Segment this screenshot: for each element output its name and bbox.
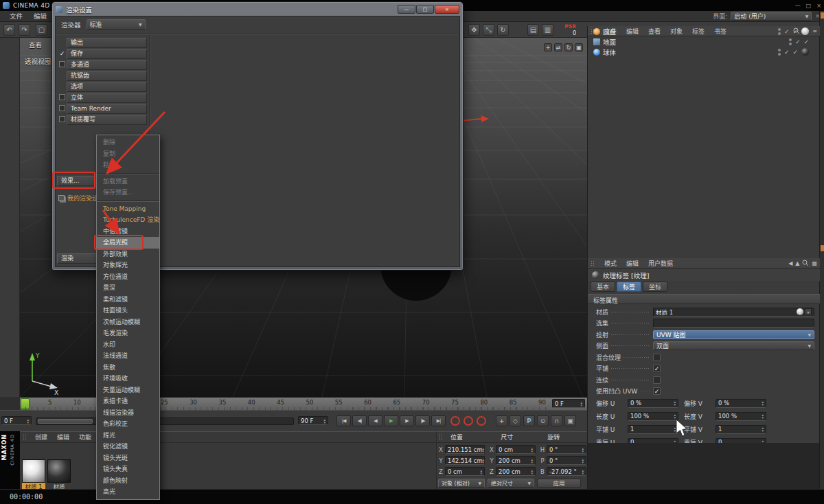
goto-start-button[interactable]: |◀ xyxy=(336,415,351,426)
context-menu-item[interactable]: 柱面镜头 xyxy=(97,305,159,317)
maximize-button[interactable]: □ xyxy=(806,3,812,9)
coordinate-mode-dropdown[interactable]: 对象 (相对)▼ xyxy=(438,479,485,488)
context-menu-item[interactable]: 镜头失真 xyxy=(97,463,159,475)
render-check-icon[interactable]: ✓ xyxy=(792,28,798,35)
context-menu-item[interactable]: 删除 xyxy=(97,137,159,148)
context-menu-item[interactable]: 对象辉光 xyxy=(97,260,159,271)
effects-button[interactable]: 效果... xyxy=(57,176,95,187)
context-menu-item[interactable]: 素描卡通 xyxy=(97,396,159,407)
size-mode-dropdown[interactable]: 绝对尺寸▼ xyxy=(488,479,534,488)
pan-view-icon[interactable]: + xyxy=(544,43,552,51)
rotation-h-field[interactable]: 0 °▴▾ xyxy=(547,445,586,454)
context-menu-item[interactable]: 柔和滤镜 xyxy=(97,294,159,306)
render-check-icon[interactable]: ✓ xyxy=(803,38,809,45)
dialog-minimize-button[interactable]: — xyxy=(398,5,415,14)
selection-field[interactable] xyxy=(653,319,814,328)
section-header[interactable]: 标签属性 xyxy=(588,294,820,304)
context-menu-item[interactable]: 次帧运动模糊 xyxy=(97,317,159,328)
attribute-tab[interactable]: 坐标 xyxy=(643,282,667,292)
context-menu-item[interactable] xyxy=(97,198,159,203)
size-z-field[interactable]: 200 cm▴▾ xyxy=(496,467,536,476)
goto-end-button[interactable]: ▶| xyxy=(431,415,446,426)
attribute-tab[interactable]: 基本 xyxy=(591,282,615,292)
visibility-dots-icon[interactable] xyxy=(778,49,781,56)
projection-dropdown[interactable]: UVW 贴图▼ xyxy=(653,330,814,339)
scale-tool-icon[interactable]: ⤡ xyxy=(483,24,494,36)
context-menu-item[interactable]: 中值滤镜 xyxy=(97,226,159,238)
tree-checkbox[interactable] xyxy=(58,50,67,57)
attribute-tab[interactable]: 标签 xyxy=(617,282,641,292)
material-browse-icon[interactable]: ▾ xyxy=(805,308,812,315)
context-menu-item[interactable]: 色彩校正 xyxy=(97,418,159,430)
render-settings-tree-item[interactable]: 抗锯齿 xyxy=(58,70,147,81)
layout-icon[interactable]: ▤ xyxy=(527,24,539,36)
interface-dropdown[interactable]: 启动 (用户)▼ xyxy=(731,12,812,21)
bump-checkbox[interactable] xyxy=(653,387,661,395)
undo-icon[interactable]: ↶ xyxy=(3,24,15,36)
context-menu-item[interactable]: Tone Mapping xyxy=(97,203,159,215)
range-handle[interactable] xyxy=(38,419,93,424)
context-menu-item[interactable]: 环境吸收 xyxy=(97,373,159,385)
move-tool-icon[interactable]: ✥ xyxy=(468,24,480,36)
tree-checkbox[interactable] xyxy=(58,116,67,124)
context-menu-item[interactable]: 复制 xyxy=(97,148,159,160)
render-view-icon[interactable]: ▥ xyxy=(542,24,553,36)
autokey-button[interactable] xyxy=(464,416,473,426)
back-icon[interactable]: ◀ xyxy=(788,260,792,266)
rotate-view-icon[interactable]: ↻ xyxy=(564,43,573,51)
attribute-menu-item[interactable]: 用户数据 xyxy=(643,259,678,268)
render-settings-tree-item[interactable]: 保存 xyxy=(58,48,147,59)
grip-icon[interactable] xyxy=(23,434,27,440)
material-field[interactable]: 材质 1 ▾ xyxy=(653,308,814,317)
lock-icon[interactable]: ▦ xyxy=(812,260,817,266)
render-settings-tree-item[interactable]: 输出 xyxy=(58,37,147,48)
material-menu-item[interactable]: 编辑 xyxy=(52,433,74,442)
material-tag-icon[interactable] xyxy=(801,27,809,35)
object-row[interactable]: 地面 ✓ ✓ xyxy=(588,36,816,47)
render-check-icon[interactable]: ✓ xyxy=(792,49,798,56)
context-menu-item[interactable]: 外部效果 xyxy=(97,249,159,260)
prev-key-button[interactable]: ◀| xyxy=(352,415,367,426)
prev-frame-button[interactable]: ◀ xyxy=(368,415,382,426)
rotation-p-field[interactable]: 0 °▴▾ xyxy=(547,456,586,465)
tree-checkbox[interactable] xyxy=(58,94,67,102)
tree-checkbox[interactable] xyxy=(58,61,67,69)
next-frame-button[interactable]: ▶ xyxy=(400,415,414,426)
close-button[interactable]: × xyxy=(816,3,821,9)
menubar-item[interactable]: 编辑 xyxy=(28,11,52,21)
context-menu-item[interactable]: 景深 xyxy=(97,282,159,294)
context-menu-item[interactable]: 锐化滤镜 xyxy=(97,441,159,453)
palette-tab-icon[interactable] xyxy=(821,12,824,19)
position-key-button[interactable]: ◇ xyxy=(510,415,521,426)
size-y-field[interactable]: 200 cm▴▾ xyxy=(496,456,536,465)
preview-range-slider[interactable] xyxy=(36,417,294,425)
attribute-menu-item[interactable]: 编辑 xyxy=(621,259,643,268)
enable-check-icon[interactable]: ✓ xyxy=(795,38,801,45)
context-menu-item[interactable]: 焦散 xyxy=(97,362,159,374)
render-settings-tree-item[interactable]: 选项 xyxy=(58,81,147,92)
solo-button[interactable]: ▣ xyxy=(564,415,576,426)
position-x-field[interactable]: 210.151 cm▴▾ xyxy=(445,445,485,454)
visibility-dots-icon[interactable] xyxy=(789,38,792,45)
material-menu-item[interactable]: 功能 xyxy=(74,433,96,442)
render-settings-tree-item[interactable]: 多通道 xyxy=(58,59,147,70)
renderer-dropdown[interactable]: 标准▼ xyxy=(87,19,146,30)
context-menu-item[interactable]: 辉光 xyxy=(97,430,159,442)
material-swatch[interactable]: 材质 xyxy=(47,459,71,491)
rotate-tool-icon[interactable]: ↻ xyxy=(497,24,509,36)
viewport-view-menu[interactable]: 查看 xyxy=(29,40,42,49)
context-menu-item[interactable]: TurbulenceFD 渲染器 xyxy=(97,214,159,226)
position-y-field[interactable]: 142.514 cm▴▾ xyxy=(445,456,485,465)
side-dropdown[interactable]: 双面▼ xyxy=(653,341,814,350)
context-menu-item[interactable]: 颜色映射 xyxy=(97,475,159,487)
next-key-button[interactable]: |▶ xyxy=(415,415,430,426)
material-menu-item[interactable]: 创建 xyxy=(30,433,52,442)
context-menu-item[interactable]: 高光 xyxy=(97,486,159,498)
current-frame-marker[interactable] xyxy=(21,398,30,409)
render-settings-tree-item[interactable]: 材质覆写 xyxy=(58,114,147,125)
visibility-dots-icon[interactable] xyxy=(778,28,781,35)
up-icon[interactable]: ▲ xyxy=(795,260,799,266)
tile-checkbox[interactable] xyxy=(653,365,661,372)
end-frame-field[interactable]: 90 F▴▾ xyxy=(298,416,328,425)
uv-value-field[interactable]: 0 %▴▾ xyxy=(716,399,766,408)
